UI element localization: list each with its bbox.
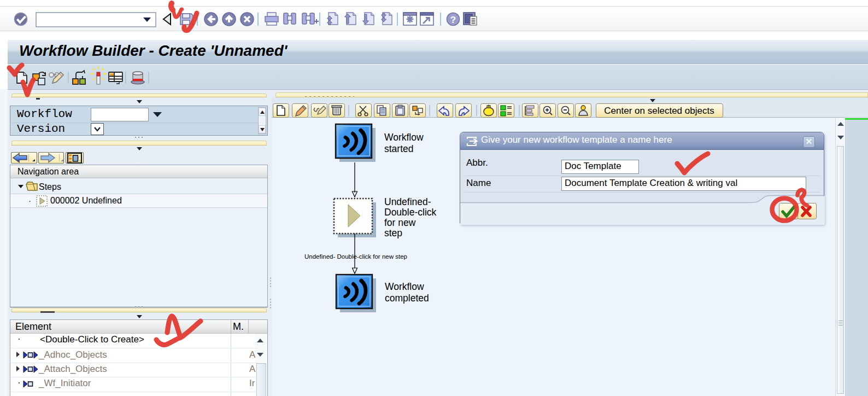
svg-text:step: step bbox=[384, 228, 402, 238]
svg-text:Double-click: Double-click bbox=[384, 207, 437, 218]
svg-text:Center on selected objects: Center on selected objects bbox=[604, 106, 714, 116]
svg-text:completed: completed bbox=[385, 293, 429, 304]
svg-text:Undefined-: Undefined- bbox=[384, 196, 431, 207]
svg-text:started: started bbox=[384, 143, 414, 154]
svg-text:for new: for new bbox=[384, 217, 416, 228]
svg-text:Workflow: Workflow bbox=[384, 132, 424, 143]
svg-text:Undefined- Double-click for ne: Undefined- Double-click for new step bbox=[304, 253, 407, 260]
svg-text:Workflow: Workflow bbox=[385, 281, 424, 292]
svg-text:?: ? bbox=[450, 15, 456, 25]
